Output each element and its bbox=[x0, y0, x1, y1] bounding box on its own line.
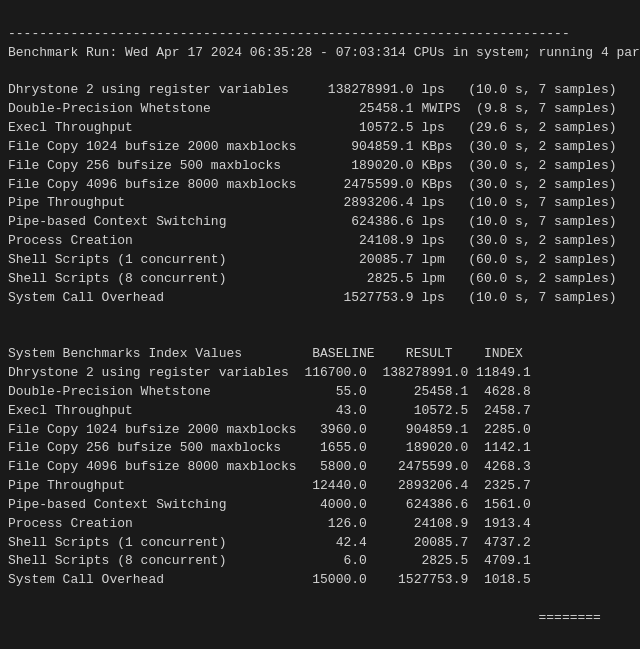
header-line1: Benchmark Run: Wed Apr 17 2024 06:35:28 … bbox=[8, 45, 398, 60]
index-section: System Benchmarks Index Values BASELINE … bbox=[8, 346, 531, 587]
results-section: Dhrystone 2 using register variables 138… bbox=[8, 82, 617, 304]
equals-separator: ======== bbox=[8, 610, 601, 625]
separator-top: ----------------------------------------… bbox=[8, 26, 570, 41]
header-line2: 4 CPUs in system; running 4 parallel cop… bbox=[398, 45, 640, 60]
terminal-output: ----------------------------------------… bbox=[8, 6, 632, 649]
